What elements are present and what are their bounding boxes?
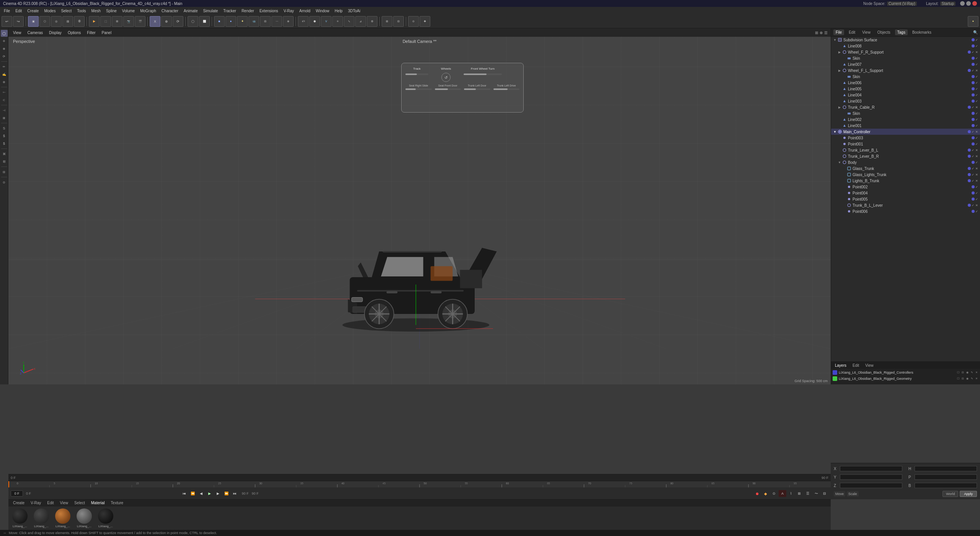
tree-item-line006[interactable]: Line006 ✓ (831, 80, 980, 86)
maximize-button[interactable] (966, 1, 971, 6)
viewport-panel-menu[interactable]: Panel (100, 30, 113, 36)
rig-trunk-left-drive-slider[interactable] (493, 88, 520, 90)
rig-front-wheel-slider[interactable] (464, 74, 502, 75)
tree-check[interactable]: ✓ (975, 38, 978, 42)
auto-key[interactable]: A (779, 490, 786, 497)
tree-item-glass-trunk[interactable]: Glass_Trunk ✓ ✕ (831, 165, 980, 172)
menu-modes[interactable]: Modes (42, 8, 58, 14)
go-to-end[interactable]: ⏭ (231, 490, 239, 497)
layer-vis-1[interactable]: ☐ (956, 371, 960, 374)
tool-sketch[interactable]: ✍ (1, 71, 8, 78)
viewport-icon-1[interactable]: ⊞ (815, 31, 818, 35)
tree-item-point004[interactable]: Point004 ✓ (831, 190, 980, 196)
tree-item-wheel-fl[interactable]: ▶ Wheel_F_L_Support ✓ ✕ (831, 67, 980, 74)
toolbar-light[interactable]: ✦ (237, 16, 248, 27)
material-3[interactable]: LiXiang_... (54, 508, 72, 528)
motion-clip[interactable]: ⊟ (821, 490, 828, 497)
tree-item-main-controller[interactable]: ▼ Main_Controller ✓ ✕ (831, 129, 980, 135)
tree-item-skin2[interactable]: Skin ✓ (831, 74, 980, 80)
menu-window[interactable]: Window (314, 8, 332, 14)
tree-check[interactable]: ✓ (975, 57, 978, 60)
right-panel-search[interactable]: 🔍 (973, 30, 978, 34)
tree-item-trunk-lever-br[interactable]: Trunk_Lever_B_R ✓ ✕ (831, 153, 980, 159)
layer-edit-2[interactable]: ✎ (970, 377, 974, 381)
tab-bookmarks[interactable]: Bookmarks (910, 29, 934, 35)
tree-item-body[interactable]: ▼ Body ✓ (831, 159, 980, 165)
tab-file[interactable]: File (833, 29, 844, 35)
close-button[interactable] (972, 1, 977, 6)
tree-check[interactable]: ✓ (971, 69, 975, 72)
tree-item-line001[interactable]: Line001 ✓ (831, 123, 980, 129)
toolbar-move[interactable]: X (150, 16, 160, 27)
menu-animate[interactable]: Animate (181, 8, 200, 14)
toolbar-physics[interactable]: ⚛ (332, 16, 343, 27)
tab-vray[interactable]: V-Ray (28, 500, 43, 506)
tool-s[interactable]: S (1, 125, 8, 132)
menu-file[interactable]: File (2, 8, 12, 14)
x-input[interactable] (840, 466, 902, 471)
tool-move[interactable]: ✛ (1, 38, 8, 44)
menu-mograph[interactable]: MoGraph (138, 8, 158, 14)
toolbar-render-vr[interactable]: 🎬 (135, 16, 145, 27)
curve-btn[interactable]: ⌇ (787, 490, 795, 497)
tree-item-skin1[interactable]: Skin ✓ (831, 55, 980, 61)
tool-array[interactable]: ⊞ (1, 114, 8, 121)
toolbar-render-all[interactable]: ⊞ (112, 16, 122, 27)
keyframe-btn[interactable]: ◆ (762, 490, 769, 497)
tool-hair[interactable]: ⟜ (1, 89, 8, 96)
toolbar-null[interactable]: ⊕ (283, 16, 294, 27)
toolbar-rigging[interactable]: ⊿ (355, 16, 366, 27)
tree-x[interactable]: ✕ (975, 51, 978, 54)
node-space-value[interactable]: Current (V-Ray) (887, 2, 917, 6)
b-input[interactable] (915, 483, 977, 488)
tree-item-line007[interactable]: Line007 ✓ (831, 61, 980, 67)
go-to-start[interactable]: ⏮ (181, 490, 188, 497)
menu-volume[interactable]: Volume (120, 8, 137, 14)
p-input[interactable] (915, 474, 977, 480)
tree-item-line002[interactable]: Line002 ✓ (831, 116, 980, 123)
world-button[interactable]: World (942, 491, 958, 497)
toolbar-tag[interactable]: 🏷 (298, 16, 309, 27)
coord-mode-move[interactable]: Move (834, 491, 845, 497)
menu-simulate[interactable]: Simulate (201, 8, 220, 14)
menu-tools[interactable]: Tools (75, 8, 88, 14)
tree-arrow[interactable]: ▶ (837, 51, 842, 54)
tab-edit[interactable]: Edit (846, 29, 858, 35)
fcurve-btn[interactable]: 〜 (812, 490, 820, 497)
tree-item-point003[interactable]: Point003 ✓ (831, 135, 980, 141)
layer-lock-2[interactable]: ⊟ (961, 377, 965, 381)
tree-item-line004[interactable]: Line004 ✓ (831, 92, 980, 98)
menu-3dtoai[interactable]: 3DToAi (346, 8, 363, 14)
toolbar-floor[interactable]: ⊟ (260, 16, 271, 27)
menu-extensions[interactable]: Extensions (257, 8, 281, 14)
layers-tab[interactable]: Layers (833, 363, 848, 368)
next-keyframe[interactable]: ⏩ (223, 490, 230, 497)
toolbar-cloner[interactable]: ⊞ (382, 16, 392, 27)
tree-item-glass-lights-trunk[interactable]: Glass_Lights_Trunk ✓ ✕ (831, 172, 980, 178)
tree-x[interactable]: ✕ (975, 69, 978, 72)
toolbar-mograph2[interactable]: ⊟ (393, 16, 404, 27)
layers-edit-tab[interactable]: Edit (851, 363, 861, 368)
tool-rotate[interactable]: ⟳ (1, 53, 8, 60)
viewport-filter-menu[interactable]: Filter (85, 30, 97, 36)
menu-render[interactable]: Render (239, 8, 256, 14)
toolbar-sphere[interactable]: ● (225, 16, 236, 27)
rig-seat-front-slider[interactable] (435, 88, 461, 90)
rig-wheels-dial[interactable]: ↺ (441, 73, 451, 82)
tab-view-mat[interactable]: View (57, 500, 70, 506)
tool-dollar[interactable]: $ (1, 132, 8, 139)
material-1[interactable]: LiXiang_... (11, 508, 29, 528)
layout-value[interactable]: Startup (940, 2, 956, 6)
motion-btn[interactable]: ⊙ (770, 490, 778, 497)
menu-mesh[interactable]: Mesh (89, 8, 103, 14)
toolbar-cube[interactable]: ■ (214, 16, 225, 27)
tree-check[interactable]: ✓ (975, 75, 978, 78)
tree-arrow[interactable]: ▶ (837, 106, 842, 109)
toolbar-light-end[interactable]: ✦ (968, 16, 978, 27)
toolbar-deform[interactable]: ⤡ (344, 16, 354, 27)
tool-chain[interactable]: ⛓ (1, 158, 8, 165)
tool-magnet[interactable]: ⊂ (1, 96, 8, 103)
apply-button[interactable]: Apply (960, 491, 977, 497)
menu-select[interactable]: Select (59, 8, 74, 14)
tab-select-mat[interactable]: Select (72, 500, 87, 506)
